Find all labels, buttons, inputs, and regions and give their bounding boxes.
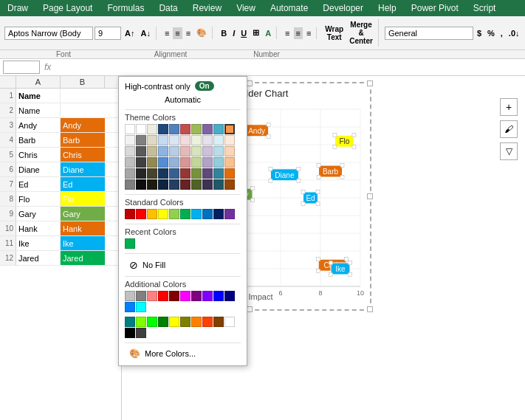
handle-bottom-right[interactable] <box>367 306 373 312</box>
color-swatch[interactable] <box>202 179 213 190</box>
color-swatch[interactable] <box>213 179 224 190</box>
color-swatch[interactable] <box>169 291 179 301</box>
more-colors-item[interactable]: 🎨 More Colors... <box>125 346 241 361</box>
color-swatch[interactable] <box>180 209 191 219</box>
color-swatch[interactable] <box>125 146 135 156</box>
color-swatch[interactable] <box>147 317 157 327</box>
menu-data[interactable]: Data <box>156 1 180 15</box>
cell-a9[interactable]: Gary <box>16 207 61 221</box>
chart-styles-button[interactable]: 🖌 <box>500 120 518 138</box>
text-align-center[interactable]: ≡ <box>294 27 303 39</box>
cell-b5[interactable]: Chris <box>61 148 105 162</box>
align-left-button[interactable]: ≡ <box>162 27 171 39</box>
color-swatch[interactable] <box>213 157 224 168</box>
cell-b2[interactable] <box>61 103 105 117</box>
color-swatch[interactable] <box>180 179 191 190</box>
color-swatch[interactable] <box>125 291 135 301</box>
decrease-decimal[interactable]: .0↓ <box>507 27 522 39</box>
color-swatch[interactable] <box>169 168 179 179</box>
comma-button[interactable]: , <box>498 27 505 39</box>
color-swatch[interactable] <box>125 124 135 134</box>
color-swatch[interactable] <box>125 179 135 190</box>
cell-a3[interactable]: Andy <box>16 118 61 132</box>
color-swatch[interactable] <box>147 124 157 134</box>
color-swatch[interactable] <box>147 157 157 168</box>
chart-filters-button[interactable]: ▽ <box>500 142 518 160</box>
color-swatch[interactable] <box>202 209 213 219</box>
color-swatch[interactable] <box>169 135 179 145</box>
cell-a11[interactable]: Ike <box>16 236 61 250</box>
color-swatch[interactable] <box>180 124 191 134</box>
menu-power-pivot[interactable]: Power Pivot <box>408 1 461 15</box>
color-swatch[interactable] <box>169 179 179 190</box>
cell-a7[interactable]: Ed <box>16 177 61 191</box>
color-swatch[interactable] <box>180 291 191 301</box>
color-swatch[interactable] <box>202 146 213 156</box>
no-fill-item[interactable]: ⊘ No Fill <box>125 257 241 273</box>
color-swatch[interactable] <box>158 317 168 327</box>
color-swatch[interactable] <box>191 291 202 301</box>
color-swatch[interactable] <box>224 157 235 168</box>
color-swatch[interactable] <box>169 124 179 134</box>
percent-button[interactable]: % <box>485 27 497 39</box>
color-swatch[interactable] <box>191 168 202 179</box>
color-swatch[interactable] <box>158 157 168 168</box>
color-swatch[interactable] <box>125 328 135 338</box>
bold-button[interactable]: B <box>219 27 229 39</box>
cell-a12[interactable]: Jared <box>16 251 61 265</box>
menu-draw[interactable]: Draw <box>4 1 31 15</box>
color-swatch[interactable] <box>125 209 135 219</box>
cell-a2[interactable]: Name <box>16 103 61 117</box>
color-swatch[interactable] <box>224 146 235 156</box>
high-contrast-toggle[interactable]: On <box>195 81 214 91</box>
menu-script[interactable]: Script <box>470 1 499 15</box>
menu-review[interactable]: Review <box>190 1 224 15</box>
color-swatch[interactable] <box>224 135 235 145</box>
dollar-button[interactable]: $ <box>475 27 484 39</box>
color-swatch[interactable] <box>125 168 135 179</box>
color-swatch[interactable] <box>224 179 235 190</box>
color-swatch[interactable] <box>158 291 168 301</box>
color-swatch[interactable] <box>158 179 168 190</box>
color-swatch[interactable] <box>136 302 146 312</box>
cell-b9[interactable]: Gary <box>61 207 105 221</box>
menu-formulas[interactable]: Formulas <box>104 1 147 15</box>
cell-b6[interactable]: Diane <box>61 162 105 176</box>
cell-a4[interactable]: Barb <box>16 133 61 147</box>
align-right-button[interactable]: ≡ <box>184 27 193 39</box>
color-swatch[interactable] <box>125 302 135 312</box>
color-swatch[interactable] <box>136 317 146 327</box>
number-format-input[interactable] <box>385 27 473 40</box>
color-swatch[interactable] <box>125 317 135 327</box>
color-swatch[interactable] <box>125 157 135 168</box>
fill-color-btn2[interactable]: A <box>263 27 273 39</box>
menu-developer[interactable]: Developer <box>320 1 366 15</box>
cell-b4[interactable]: Barb <box>61 133 105 147</box>
color-swatch[interactable] <box>158 146 168 156</box>
borders-button[interactable]: ⊞ <box>250 27 261 39</box>
cell-reference-input[interactable] <box>3 61 40 74</box>
color-swatch[interactable] <box>213 168 224 179</box>
fill-color-button[interactable]: 🎨 <box>194 27 209 39</box>
color-swatch[interactable] <box>191 157 202 168</box>
color-swatch[interactable] <box>202 317 213 327</box>
cell-b12[interactable]: Jared <box>61 251 105 265</box>
color-swatch[interactable] <box>213 317 224 327</box>
menu-view[interactable]: View <box>233 1 258 15</box>
wrap-text-button[interactable]: Wrap Text <box>323 24 346 43</box>
font-size-input[interactable] <box>95 27 121 40</box>
color-swatch[interactable] <box>191 146 202 156</box>
menu-help[interactable]: Help <box>375 1 399 15</box>
color-swatch[interactable] <box>158 135 168 145</box>
color-swatch[interactable] <box>136 146 146 156</box>
color-swatch[interactable] <box>147 168 157 179</box>
cell-b10[interactable]: Hank <box>61 221 105 235</box>
color-swatch[interactable] <box>136 168 146 179</box>
color-swatch[interactable] <box>180 317 191 327</box>
add-element-button[interactable]: + <box>500 98 518 116</box>
cell-b11[interactable]: Ike <box>61 236 105 250</box>
color-swatch[interactable] <box>224 168 235 179</box>
color-swatch[interactable] <box>125 135 135 145</box>
color-swatch[interactable] <box>224 124 235 134</box>
color-swatch[interactable] <box>147 179 157 190</box>
